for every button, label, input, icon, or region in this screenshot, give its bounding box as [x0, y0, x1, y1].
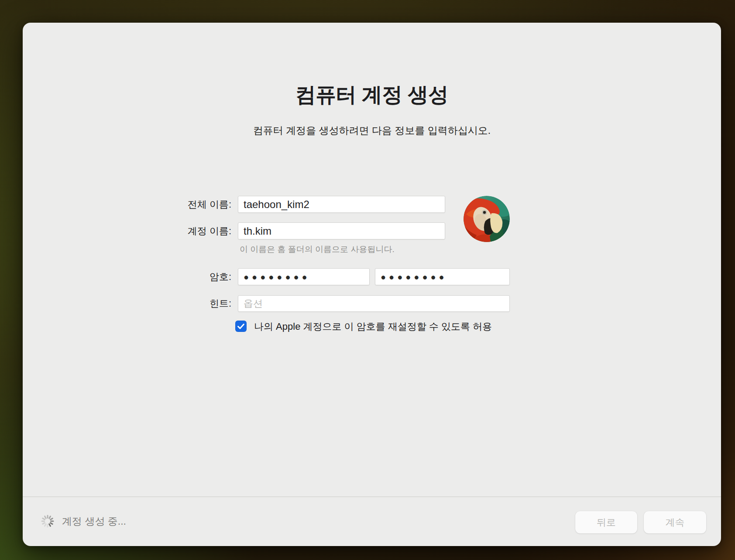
full-name-label: 전체 이름:: [136, 196, 231, 213]
allow-reset-checkbox[interactable]: [235, 321, 247, 332]
password-input[interactable]: [238, 268, 370, 285]
account-name-helper-text: 이 이름은 홈 폴더의 이름으로 사용됩니다.: [240, 244, 395, 255]
hint-input[interactable]: [238, 295, 510, 312]
back-button[interactable]: 뒤로: [575, 511, 637, 533]
checkmark-icon: [235, 321, 247, 332]
setup-assistant-window: 컴퓨터 계정 생성 컴퓨터 계정을 생성하려면 다음 정보를 입력하십시오. 전…: [23, 23, 721, 546]
password-label: 암호:: [136, 268, 231, 285]
allow-reset-label: 나의 Apple 계정으로 이 암호를 재설정할 수 있도록 허용: [254, 321, 492, 332]
password-verify-input[interactable]: [375, 268, 510, 285]
continue-button[interactable]: 계속: [644, 511, 706, 533]
desktop-background: { "colors": { "accent_blue": "#1668e3", …: [0, 0, 735, 560]
account-name-input[interactable]: [238, 222, 445, 239]
account-avatar[interactable]: [464, 196, 510, 242]
hint-label: 힌트:: [136, 295, 231, 312]
parrot-avatar-image: [464, 196, 510, 242]
page-subtitle: 컴퓨터 계정을 생성하려면 다음 정보를 입력하십시오.: [23, 124, 721, 137]
page-title: 컴퓨터 계정 생성: [23, 81, 721, 109]
full-name-input[interactable]: [238, 196, 445, 213]
status-text: 계정 생성 중...: [62, 514, 126, 528]
account-name-label: 계정 이름:: [136, 222, 231, 239]
footer-divider: [23, 496, 721, 497]
progress-spinner-icon: [41, 514, 55, 528]
